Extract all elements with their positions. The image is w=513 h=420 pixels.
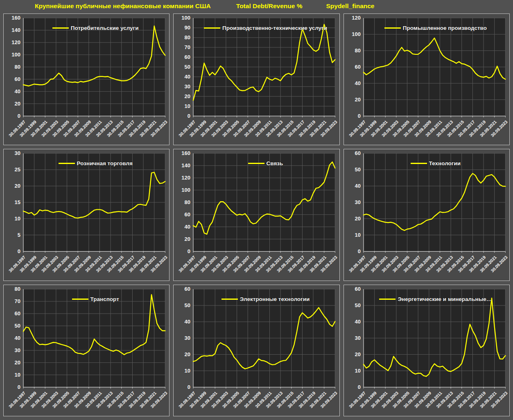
y-axis-tick-label: 30 bbox=[355, 200, 360, 206]
y-axis-tick-label: 40 bbox=[14, 88, 20, 94]
y-axis-tick-label: 70 bbox=[185, 44, 190, 50]
y-axis-tick-label: 80 bbox=[14, 286, 20, 292]
y-axis-tick-label: 20 bbox=[355, 351, 360, 357]
y-axis-tick-label: 30 bbox=[14, 150, 20, 157]
y-axis-tick-label: 60 bbox=[185, 212, 190, 218]
y-axis-tick-label: 0 bbox=[18, 248, 20, 254]
y-axis-tick-label: 10 bbox=[355, 368, 360, 374]
y-axis-tick-label: 0 bbox=[188, 248, 190, 254]
metric-title: Total Debt/Revenue % bbox=[236, 2, 303, 10]
chart-svg: 010203040506030.09.199730.09.199930.09.2… bbox=[344, 285, 509, 416]
y-axis-tick-label: 120 bbox=[182, 175, 191, 181]
y-axis-tick-label: 20 bbox=[355, 97, 360, 103]
y-axis-tick-label: 10 bbox=[355, 232, 360, 238]
y-axis-tick-label: 0 bbox=[357, 384, 360, 390]
chart-panel-communications: 02040608010012014016030.09.199730.09.199… bbox=[173, 149, 339, 281]
chart-svg: 05101520253030.09.199730.09.199930.09.20… bbox=[4, 149, 169, 280]
y-axis-tick-label: 30 bbox=[355, 335, 360, 341]
y-axis-tick-label: 80 bbox=[14, 64, 20, 70]
y-axis-tick-label: 60 bbox=[14, 310, 20, 317]
y-axis-tick-label: 5 bbox=[18, 232, 20, 238]
y-axis-tick-label: 40 bbox=[14, 335, 20, 341]
y-axis-tick-label: 50 bbox=[355, 302, 360, 308]
chart-grid: 02040608010012014016030.09.199730.09.199… bbox=[0, 12, 513, 420]
chart-plot: 010203040506030.09.199730.09.199930.09.2… bbox=[174, 285, 339, 416]
y-axis-tick-label: 20 bbox=[185, 93, 190, 99]
chart-plot: 05101520253030.09.199730.09.199930.09.20… bbox=[4, 149, 169, 280]
chart-svg: 010203040506030.09.199730.09.199930.09.2… bbox=[344, 149, 509, 280]
y-axis-tick-label: 20 bbox=[14, 359, 20, 366]
chart-panel-energy-minerals: 010203040506030.09.199730.09.199930.09.2… bbox=[344, 285, 510, 416]
y-axis-tick-label: 60 bbox=[14, 76, 20, 82]
y-axis-tick-label: 0 bbox=[188, 113, 190, 119]
y-axis-tick-label: 60 bbox=[185, 54, 190, 60]
y-axis-tick-label: 40 bbox=[185, 74, 190, 80]
y-axis-tick-label: 20 bbox=[185, 236, 190, 242]
y-axis-tick-label: 100 bbox=[11, 52, 20, 58]
y-axis-tick-label: 40 bbox=[355, 80, 360, 86]
y-axis-tick-label: 100 bbox=[182, 187, 191, 193]
brand-label: Spydell_finance bbox=[326, 2, 374, 10]
y-axis-tick-label: 60 bbox=[355, 286, 360, 292]
y-axis-tick-label: 120 bbox=[352, 15, 361, 21]
y-axis-tick-label: 90 bbox=[185, 25, 190, 31]
y-axis-tick-label: 10 bbox=[14, 216, 20, 222]
y-axis-tick-label: 10 bbox=[14, 372, 20, 378]
y-axis-tick-label: 160 bbox=[182, 150, 191, 157]
y-axis-tick-label: 120 bbox=[11, 39, 20, 45]
chart-plot: 02040608010012014016030.09.199730.09.199… bbox=[174, 149, 339, 280]
chart-plot: 0102030405060708030.09.199730.09.199930.… bbox=[4, 285, 169, 416]
y-axis-tick-label: 40 bbox=[355, 183, 360, 189]
chart-plot: 010203040506030.09.199730.09.199930.09.2… bbox=[344, 149, 509, 280]
chart-plot: 02040608010012014016030.09.199730.09.199… bbox=[4, 14, 169, 144]
y-axis-tick-label: 40 bbox=[185, 224, 190, 230]
y-axis-tick-label: 60 bbox=[355, 64, 360, 70]
chart-svg: 0102030405060708030.09.199730.09.199930.… bbox=[4, 285, 169, 416]
y-axis-tick-label: 50 bbox=[14, 323, 20, 329]
chart-panel-consumer-services: 02040608010012014016030.09.199730.09.199… bbox=[3, 13, 169, 145]
page-title: Крупнейшие публичные нефинансовые компан… bbox=[35, 2, 211, 10]
y-axis-tick-label: 30 bbox=[14, 347, 20, 353]
y-axis-tick-label: 40 bbox=[355, 319, 360, 325]
y-axis-tick-label: 140 bbox=[11, 27, 20, 33]
chart-plot: 02040608010012030.09.199730.09.199930.09… bbox=[344, 14, 509, 144]
y-axis-tick-label: 0 bbox=[18, 384, 20, 390]
y-axis-tick-label: 50 bbox=[185, 64, 190, 70]
chart-svg: 02040608010012014016030.09.199730.09.199… bbox=[4, 14, 169, 144]
chart-panel-industrial-services: 010203040506070809010030.09.199730.09.19… bbox=[173, 13, 339, 145]
chart-svg: 010203040506070809010030.09.199730.09.19… bbox=[174, 14, 339, 144]
y-axis-tick-label: 30 bbox=[185, 83, 190, 90]
y-axis-tick-label: 20 bbox=[185, 351, 190, 357]
y-axis-tick-label: 0 bbox=[188, 384, 190, 390]
y-axis-tick-label: 80 bbox=[185, 34, 190, 40]
y-axis-tick-label: 100 bbox=[352, 31, 361, 37]
chart-plot: 010203040506070809010030.09.199730.09.19… bbox=[174, 14, 339, 144]
y-axis-tick-label: 70 bbox=[14, 298, 20, 304]
y-axis-tick-label: 80 bbox=[185, 200, 190, 206]
y-axis-tick-label: 160 bbox=[11, 15, 20, 21]
y-axis-tick-label: 20 bbox=[14, 183, 20, 189]
chart-panel-industrial-production: 02040608010012030.09.199730.09.199930.09… bbox=[344, 13, 510, 145]
y-axis-tick-label: 60 bbox=[355, 150, 360, 157]
y-axis-tick-label: 20 bbox=[355, 216, 360, 222]
y-axis-tick-label: 80 bbox=[355, 47, 360, 54]
chart-svg: 010203040506030.09.199730.09.199930.09.2… bbox=[174, 285, 339, 416]
chart-panel-retail-trade: 05101520253030.09.199730.09.199930.09.20… bbox=[3, 149, 169, 281]
y-axis-tick-label: 140 bbox=[182, 163, 191, 169]
y-axis-tick-label: 60 bbox=[185, 286, 190, 292]
y-axis-tick-label: 10 bbox=[185, 368, 190, 374]
y-axis-tick-label: 40 bbox=[185, 319, 190, 325]
workbook-page: Крупнейшие публичные нефинансовые компан… bbox=[0, 0, 513, 420]
y-axis-tick-label: 0 bbox=[18, 113, 20, 119]
y-axis-tick-label: 50 bbox=[355, 167, 360, 173]
y-axis-tick-label: 100 bbox=[182, 15, 191, 21]
y-axis-tick-label: 10 bbox=[185, 103, 190, 109]
chart-plot: 010203040506030.09.199730.09.199930.09.2… bbox=[344, 285, 509, 416]
title-bar: Крупнейшие публичные нефинансовые компан… bbox=[0, 0, 513, 12]
y-axis-tick-label: 15 bbox=[14, 200, 20, 206]
y-axis-tick-label: 30 bbox=[185, 335, 190, 341]
y-axis-tick-label: 0 bbox=[357, 113, 360, 119]
y-axis-tick-label: 25 bbox=[14, 167, 20, 173]
y-axis-tick-label: 50 bbox=[185, 302, 190, 308]
chart-svg: 02040608010012030.09.199730.09.199930.09… bbox=[344, 14, 509, 144]
